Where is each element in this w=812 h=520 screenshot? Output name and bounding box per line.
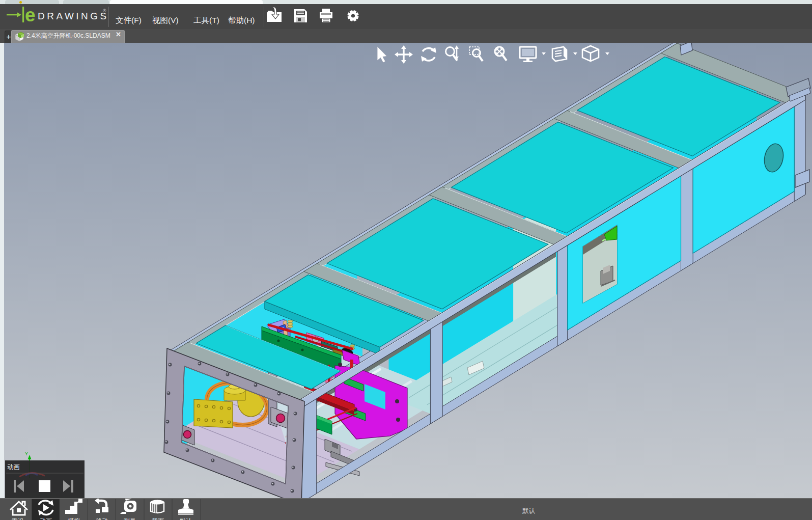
- svg-text:默认: 默认: [180, 517, 192, 520]
- svg-text:Y: Y: [25, 451, 28, 456]
- svg-text:截面: 截面: [152, 517, 164, 520]
- svg-text:动画: 动画: [40, 517, 52, 520]
- svg-text:动画: 动画: [7, 463, 20, 471]
- svg-text:模拟: 模拟: [68, 517, 80, 520]
- svg-text:移动: 移动: [96, 517, 108, 520]
- svg-text:重设: 重设: [12, 517, 24, 520]
- svg-text:测量: 测量: [123, 517, 136, 520]
- svg-text:e: e: [25, 5, 36, 25]
